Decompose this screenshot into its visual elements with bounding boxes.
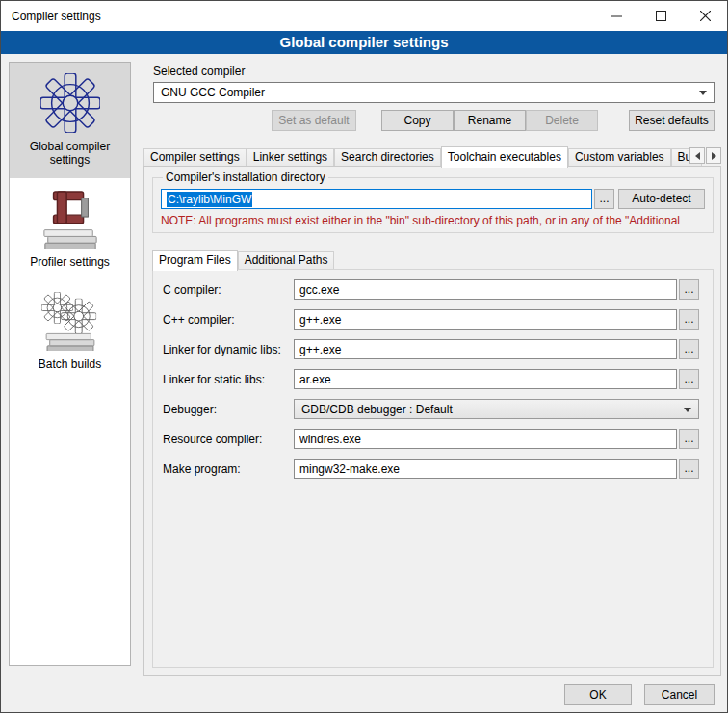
cpp-compiler-row: C++ compiler: ... [163,309,699,330]
linker-dynamic-browse-button[interactable]: ... [679,339,699,359]
tab-scroll-arrows [689,147,721,164]
program-files-tabstrip: Program Files Additional Paths [152,249,334,270]
dialog-content: Global compiler settings Profiler settin… [1,54,727,712]
resource-compiler-label: Resource compiler: [163,433,294,446]
maximize-icon [656,11,666,21]
autodetect-button[interactable]: Auto-detect [618,189,705,209]
c-compiler-input[interactable] [294,279,677,300]
window-controls [594,1,727,31]
minimize-icon [611,11,622,21]
debugger-value: GDB/CDB debugger : Default [301,403,453,416]
sidebar-item-batch-builds[interactable]: Batch builds [10,280,130,383]
linker-dynamic-label: Linker for dynamic libs: [163,343,294,356]
linker-static-row: Linker for static libs: ... [163,369,699,389]
install-dir-input[interactable]: C:\raylib\MinGW [161,189,592,209]
cpp-compiler-browse-button[interactable]: ... [679,309,699,330]
tab-scroll-left-button[interactable] [689,147,705,164]
delete-button[interactable]: Delete [526,110,598,131]
chevron-down-icon [699,91,707,95]
tab-program-files[interactable]: Program Files [152,250,238,271]
tab-custom-variables[interactable]: Custom variables [568,148,671,166]
dialog-header: Global compiler settings [1,31,727,54]
compiler-settings-dialog: Compiler settings Global compiler settin… [0,0,728,713]
window-title: Compiler settings [1,10,101,23]
rename-button[interactable]: Rename [454,110,526,131]
ok-button[interactable]: OK [564,684,632,705]
c-compiler-label: C compiler: [163,283,294,297]
category-sidebar: Global compiler settings Profiler settin… [9,62,131,666]
toolchain-executables-panel: Compiler's installation directory C:\ray… [143,166,721,676]
tab-compiler-settings[interactable]: Compiler settings [143,148,247,166]
blue-gear-icon [12,72,128,134]
linker-static-input[interactable] [294,369,677,389]
gray-gears-icon [12,290,128,352]
installation-directory-groupbox: Compiler's installation directory C:\ray… [152,171,714,233]
bin-subdirectory-note: NOTE: All programs must exist either in … [161,214,705,227]
left-arrow-icon [695,152,700,160]
tab-toolchain-executables[interactable]: Toolchain executables [441,146,568,168]
linker-dynamic-input[interactable] [294,339,677,359]
linker-dynamic-row: Linker for dynamic libs: ... [163,339,699,359]
window-titlebar: Compiler settings [1,1,727,31]
installation-directory-legend: Compiler's installation directory [163,171,328,184]
sidebar-item-profiler-settings[interactable]: Profiler settings [10,178,130,280]
make-program-row: Make program: ... [163,459,699,479]
sidebar-item-global-compiler-settings[interactable]: Global compiler settings [10,63,130,178]
install-dir-browse-button[interactable]: ... [594,189,614,209]
program-files-panel: C compiler: ... C++ compiler: ... Linker… [152,269,714,668]
copy-button[interactable]: Copy [381,110,454,131]
tab-scroll-right-button[interactable] [706,147,721,164]
maximize-button[interactable] [638,1,683,31]
settings-tabstrip: Compiler settings Linker settings Search… [143,145,721,167]
close-button[interactable] [683,1,727,31]
linker-static-label: Linker for static libs: [163,373,294,386]
install-dir-value: C:\raylib\MinGW [167,192,252,207]
c-compiler-row: C compiler: ... [163,279,699,300]
sidebar-item-label: Profiler settings [12,255,128,269]
selected-compiler-dropdown[interactable]: GNU GCC Compiler [153,82,715,103]
set-as-default-button[interactable]: Set as default [272,110,356,131]
make-program-browse-button[interactable]: ... [679,459,699,479]
cpp-compiler-label: C++ compiler: [163,313,294,327]
linker-static-browse-button[interactable]: ... [679,369,699,389]
close-icon [700,11,711,21]
right-arrow-icon [712,152,716,160]
cancel-button[interactable]: Cancel [644,684,715,705]
selected-compiler-label: Selected compiler [153,65,245,78]
debugger-label: Debugger: [163,403,294,416]
chevron-down-icon [684,408,691,412]
reset-defaults-button[interactable]: Reset defaults [629,110,715,131]
resource-compiler-row: Resource compiler: ... [163,429,699,449]
tab-linker-settings[interactable]: Linker settings [247,148,334,166]
installation-directory-row: C:\raylib\MinGW ... Auto-detect [161,189,705,209]
profiler-clamp-icon [12,188,128,250]
selected-compiler-value: GNU GCC Compiler [161,86,265,99]
c-compiler-browse-button[interactable]: ... [679,279,699,300]
tab-search-directories[interactable]: Search directories [334,148,441,166]
make-program-label: Make program: [163,462,294,476]
resource-compiler-browse-button[interactable]: ... [679,429,699,449]
sidebar-item-label: Global compiler settings [12,140,128,167]
sidebar-item-label: Batch builds [12,357,128,371]
tab-additional-paths[interactable]: Additional Paths [238,251,335,269]
resource-compiler-input[interactable] [294,429,677,449]
cpp-compiler-input[interactable] [294,309,677,330]
make-program-input[interactable] [294,459,677,479]
minimize-button[interactable] [594,1,638,31]
debugger-row: Debugger: GDB/CDB debugger : Default [163,399,699,419]
debugger-dropdown[interactable]: GDB/CDB debugger : Default [294,399,699,419]
